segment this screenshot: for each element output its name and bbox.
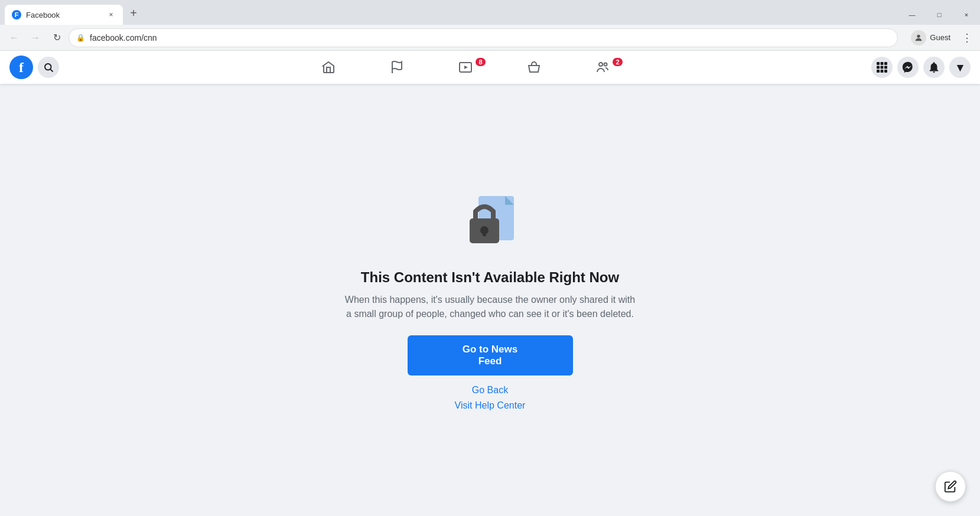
svg-rect-11 xyxy=(877,66,880,69)
marketplace-icon xyxy=(527,60,541,74)
bell-icon xyxy=(927,61,940,74)
groups-icon xyxy=(595,60,610,74)
lock-document-svg xyxy=(455,184,526,255)
error-description: When this happens, it's usually because … xyxy=(343,293,638,321)
svg-rect-10 xyxy=(884,62,887,65)
facebook-nav-right: ▾ xyxy=(871,57,971,78)
watch-badge: 8 xyxy=(474,57,486,67)
facebook-logo-f: f xyxy=(19,60,24,76)
maximize-button[interactable]: □ xyxy=(926,5,953,24)
nav-pages[interactable] xyxy=(364,53,430,81)
nav-groups[interactable]: 2 xyxy=(569,53,636,81)
svg-rect-14 xyxy=(877,70,880,73)
svg-line-2 xyxy=(50,69,53,71)
back-button[interactable]: ← xyxy=(5,28,24,47)
facebook-nav-center: 8 2 xyxy=(59,53,871,81)
svg-point-6 xyxy=(599,63,603,66)
nav-marketplace[interactable] xyxy=(501,53,567,81)
search-icon xyxy=(43,62,54,73)
svg-rect-8 xyxy=(877,62,880,65)
facebook-logo[interactable]: f xyxy=(9,55,33,79)
compose-fab[interactable] xyxy=(935,471,966,502)
nav-home[interactable] xyxy=(295,53,362,81)
svg-point-0 xyxy=(917,34,920,37)
address-bar[interactable]: 🔒 facebook.com/cnn xyxy=(69,28,898,47)
profile-avatar xyxy=(911,30,926,45)
svg-rect-13 xyxy=(884,66,887,69)
facebook-navbar: f 8 xyxy=(0,51,980,84)
lock-icon: 🔒 xyxy=(76,34,85,42)
grid-icon xyxy=(876,61,888,73)
compose-icon xyxy=(944,480,957,493)
svg-rect-21 xyxy=(483,230,486,236)
visit-help-center-link[interactable]: Visit Help Center xyxy=(455,400,526,411)
messenger-button[interactable] xyxy=(897,57,919,78)
svg-marker-5 xyxy=(464,66,468,69)
refresh-button[interactable]: ↻ xyxy=(47,28,66,47)
nav-watch[interactable]: 8 xyxy=(432,53,499,81)
go-back-link[interactable]: Go Back xyxy=(472,385,508,396)
flag-icon xyxy=(390,60,404,74)
minimize-button[interactable]: — xyxy=(898,5,926,24)
svg-rect-16 xyxy=(884,70,887,73)
profile-name: Guest xyxy=(930,33,950,42)
svg-rect-12 xyxy=(881,66,884,69)
error-card: This Content Isn't Available Right Now W… xyxy=(343,184,638,416)
search-button[interactable] xyxy=(38,57,59,78)
forward-button[interactable]: → xyxy=(26,28,45,47)
profile-button[interactable]: Guest xyxy=(905,28,956,48)
home-icon xyxy=(321,60,336,74)
svg-point-1 xyxy=(45,64,51,70)
new-tab-button[interactable]: + xyxy=(125,5,142,21)
toolbar-right: Guest ⋮ xyxy=(905,28,975,48)
svg-rect-15 xyxy=(881,70,884,73)
account-menu-button[interactable]: ▾ xyxy=(949,57,971,78)
go-to-news-feed-button[interactable]: Go to News Feed xyxy=(408,335,573,375)
page-content: This Content Isn't Available Right Now W… xyxy=(0,84,980,516)
window-controls: — □ × xyxy=(898,5,980,25)
close-button[interactable]: × xyxy=(953,5,980,24)
svg-rect-9 xyxy=(881,62,884,65)
messenger-icon xyxy=(901,61,914,74)
svg-point-7 xyxy=(604,63,607,66)
browser-tab[interactable]: F Facebook × xyxy=(5,5,123,25)
tab-close-button[interactable]: × xyxy=(106,10,116,19)
url-text: facebook.com/cnn xyxy=(90,33,890,43)
lock-illustration xyxy=(455,184,526,255)
notifications-button[interactable] xyxy=(923,57,945,78)
browser-toolbar: ← → ↻ 🔒 facebook.com/cnn Guest ⋮ xyxy=(0,25,980,51)
tab-title: Facebook xyxy=(26,11,102,19)
tab-favicon: F xyxy=(12,10,21,19)
menu-button[interactable] xyxy=(871,57,893,78)
groups-badge: 2 xyxy=(611,57,623,67)
browser-more-button[interactable]: ⋮ xyxy=(959,30,975,46)
watch-icon xyxy=(458,60,473,74)
error-title: This Content Isn't Available Right Now xyxy=(361,269,619,286)
